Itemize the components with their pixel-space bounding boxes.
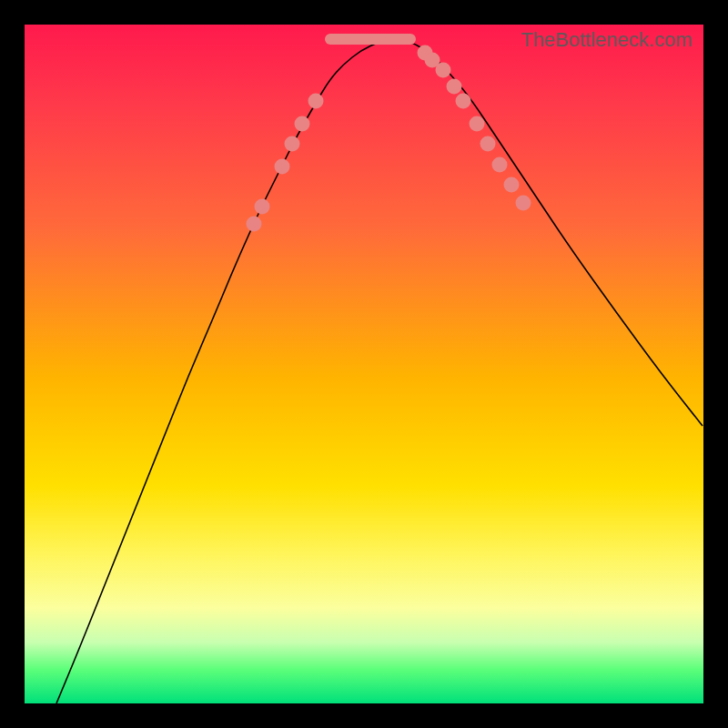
curve-marker bbox=[456, 94, 471, 109]
markers-left-group bbox=[247, 94, 324, 232]
curve-marker bbox=[247, 217, 262, 232]
flat-minimum-band bbox=[325, 34, 416, 45]
curve-marker bbox=[295, 116, 310, 132]
curve-marker bbox=[516, 196, 531, 211]
curve-marker bbox=[504, 177, 520, 193]
curve-marker bbox=[480, 136, 496, 152]
chart-overlay bbox=[25, 25, 703, 703]
small-tick bbox=[441, 63, 445, 76]
bottleneck-curve bbox=[56, 39, 703, 703]
markers-right-group bbox=[418, 46, 531, 211]
curve-marker bbox=[492, 157, 508, 173]
curve-marker bbox=[447, 79, 462, 95]
curve-marker bbox=[470, 116, 485, 132]
curve-marker bbox=[285, 136, 300, 152]
curve-marker bbox=[275, 159, 290, 175]
curve-marker bbox=[308, 94, 324, 109]
plot-area: TheBottleneck.com bbox=[25, 25, 703, 703]
chart-frame: TheBottleneck.com bbox=[0, 0, 728, 728]
curve-marker bbox=[255, 199, 270, 215]
